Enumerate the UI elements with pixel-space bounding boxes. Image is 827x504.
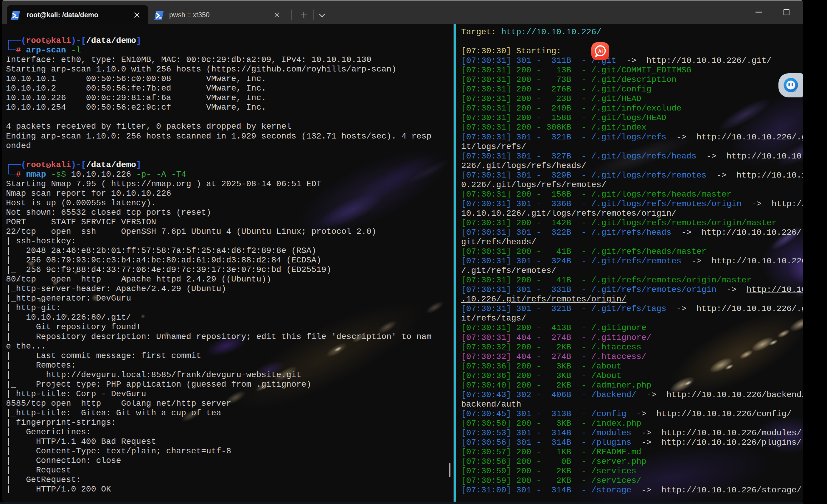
svg-text:AI: AI [598, 49, 603, 54]
